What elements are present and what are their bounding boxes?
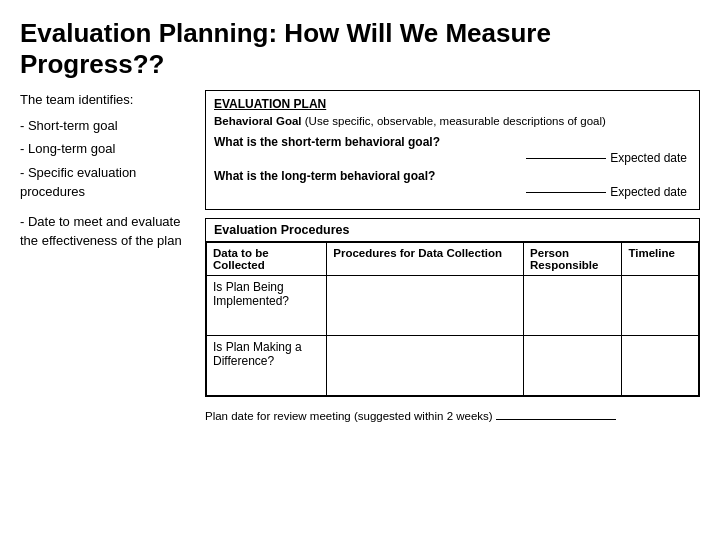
long-term-date-line — [526, 192, 606, 193]
col-header-data: Data to be Collected — [207, 243, 327, 276]
page-title: Evaluation Planning: How Will We Measure… — [20, 18, 700, 80]
short-term-expected-date: Expected date — [214, 151, 691, 165]
row1-person — [524, 276, 622, 336]
long-term-expected-label: Expected date — [610, 185, 687, 199]
list-item: - Short-term goal — [20, 116, 187, 136]
title-line1: Evaluation Planning: How Will We Measure — [20, 18, 551, 48]
table-row: Is Plan Being Implemented? — [207, 276, 699, 336]
list-item: - Long-term goal — [20, 139, 187, 159]
eval-procedures-section: Evaluation Procedures Data to be Collect… — [205, 218, 700, 397]
page: Evaluation Planning: How Will We Measure… — [0, 0, 720, 540]
col-header-person: Person Responsible — [524, 243, 622, 276]
subtitle-rest: (Use specific, observable, measurable de… — [302, 115, 606, 127]
footer-date-underline — [496, 419, 616, 420]
eval-plan-section: EVALUATION PLAN Behavioral Goal (Use spe… — [205, 90, 700, 210]
content-area: The team identifies: - Short-term goal -… — [20, 90, 700, 526]
row1-timeline — [622, 276, 699, 336]
long-term-block: What is the long-term behavioral goal? E… — [214, 169, 691, 199]
long-term-expected-date: Expected date — [214, 185, 691, 199]
short-term-block: What is the short-term behavioral goal? … — [214, 135, 691, 165]
table-header-row: Data to be Collected Procedures for Data… — [207, 243, 699, 276]
row2-timeline — [622, 336, 699, 396]
short-term-date-line — [526, 158, 606, 159]
row2-person — [524, 336, 622, 396]
behavioral-label: Behavioral Goal — [214, 115, 302, 127]
row1-procedures — [327, 276, 524, 336]
short-term-expected-label: Expected date — [610, 151, 687, 165]
list-item: - Date to meet and evaluate the effectiv… — [20, 212, 187, 251]
eval-procedures-title: Evaluation Procedures — [206, 219, 699, 242]
title-line2: Progress?? — [20, 49, 165, 79]
col-header-procedures: Procedures for Data Collection — [327, 243, 524, 276]
eval-plan-header: EVALUATION PLAN — [214, 97, 691, 111]
eval-plan-subtitle: Behavioral Goal (Use specific, observabl… — [214, 115, 691, 127]
list-item: - Specific evaluation procedures — [20, 163, 187, 202]
right-panel: EVALUATION PLAN Behavioral Goal (Use spe… — [205, 90, 700, 526]
row2-procedures — [327, 336, 524, 396]
col-header-timeline: Timeline — [622, 243, 699, 276]
plan-date-footer: Plan date for review meeting (suggested … — [205, 410, 700, 422]
table-row: Is Plan Making a Difference? — [207, 336, 699, 396]
row1-data: Is Plan Being Implemented? — [207, 276, 327, 336]
left-panel: The team identifies: - Short-term goal -… — [20, 90, 195, 526]
row2-data: Is Plan Making a Difference? — [207, 336, 327, 396]
long-term-question: What is the long-term behavioral goal? — [214, 169, 691, 183]
team-identifies-label: The team identifies: — [20, 90, 187, 110]
procedures-table: Data to be Collected Procedures for Data… — [206, 242, 699, 396]
short-term-question: What is the short-term behavioral goal? — [214, 135, 691, 149]
footer-text: Plan date for review meeting (suggested … — [205, 410, 496, 422]
